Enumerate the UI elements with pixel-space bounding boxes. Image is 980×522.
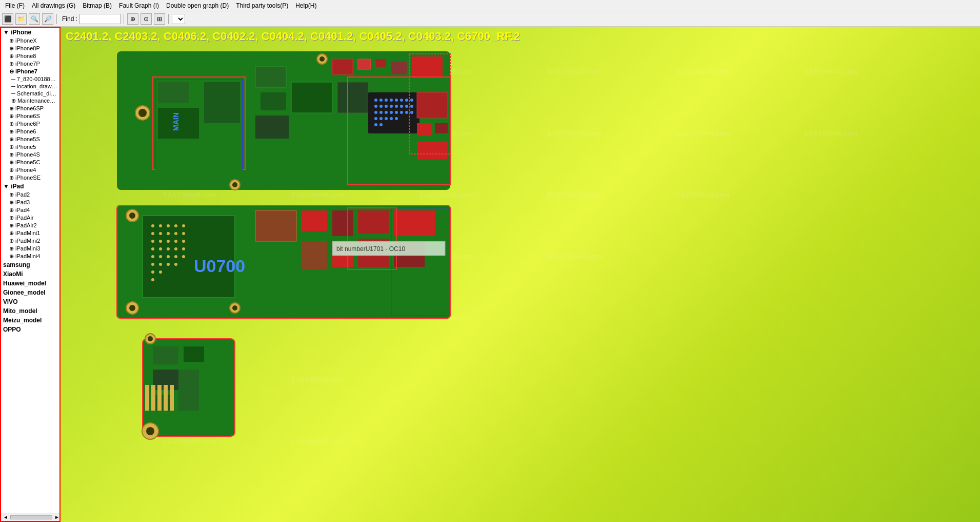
scroll-right-icon[interactable]: ► (52, 514, 61, 520)
tree-item-ipad4[interactable]: ⊕ iPad4 (1, 206, 59, 214)
svg-point-91 (167, 263, 170, 266)
tree-item-ipadmini2[interactable]: ⊕ iPadMini2 (1, 237, 59, 245)
tree-child-820[interactable]: ─ 7_820-00188-0... (1, 75, 59, 83)
tree-item-iphone7[interactable]: ⊖ iPhone7 (1, 68, 59, 75)
toolbar-btn-2[interactable]: 📁 (15, 13, 27, 25)
svg-rect-129 (164, 385, 168, 411)
pcb-board-container: MAIN (112, 51, 471, 436)
tree-item-iphone8[interactable]: ⊕ iPhone8 (1, 52, 59, 60)
menu-file[interactable]: File (F) (2, 1, 28, 10)
svg-rect-10 (337, 82, 368, 113)
menu-third-party[interactable]: Third party tools(P) (233, 1, 291, 10)
tree-item-iphonese[interactable]: ⊕ iPhoneSE (1, 174, 59, 182)
svg-point-74 (151, 240, 154, 243)
tree-item-iphone5c[interactable]: ⊕ iPhone5C (1, 159, 59, 166)
svg-rect-100 (358, 210, 389, 234)
svg-rect-126 (145, 385, 149, 411)
svg-rect-51 (204, 82, 240, 123)
svg-point-64 (151, 224, 154, 227)
svg-rect-101 (394, 210, 435, 236)
toolbar-btn-zoomin[interactable]: ⊕ (127, 13, 138, 25)
iphone-expand-icon: ▼ (3, 29, 11, 36)
tree-child-schematic[interactable]: ─ Schematic_diag... (1, 90, 59, 97)
svg-point-69 (151, 232, 154, 235)
toolbar: ⬛ 📁 🔍 🔎 Find : ⊕ ⊙ ⊞ (0, 11, 980, 27)
menu-double-open[interactable]: Double open graph (D) (163, 1, 232, 10)
ipad-expand-icon: ▼ (3, 183, 11, 190)
watermark-16: EASYSMAR.com (548, 191, 601, 199)
tree-item-ipadmini1[interactable]: ⊕ iPadMini1 (1, 229, 59, 237)
menu-help[interactable]: Help(H) (292, 1, 319, 10)
sidebar-scrollbar[interactable]: ◄ ► (1, 513, 61, 521)
tree-item-ipad3[interactable]: ⊕ iPad3 (1, 199, 59, 206)
tree-group-samsung[interactable]: samsung (1, 260, 59, 269)
svg-point-65 (159, 224, 162, 227)
scroll-left-icon[interactable]: ◄ (1, 514, 10, 520)
toolbar-btn-1[interactable]: ⬛ (2, 13, 13, 25)
tree-group-huawei[interactable]: Huawei_model (1, 279, 59, 288)
svg-point-85 (159, 255, 162, 258)
svg-point-39 (390, 117, 393, 120)
find-dropdown[interactable] (172, 14, 185, 24)
tree-item-iphone6p[interactable]: ⊕ iPhone6P (1, 120, 59, 128)
tree-group-vivo[interactable]: ViVO (1, 297, 59, 306)
toolbar-btn-fit[interactable]: ⊞ (154, 13, 165, 25)
tree-group-gionee[interactable]: Gionee_model (1, 288, 59, 297)
svg-point-76 (167, 240, 170, 243)
tree-group-mito[interactable]: Mito_model (1, 306, 59, 316)
tree-item-iphone6sp[interactable]: ⊕ iPhone6SP (1, 105, 59, 112)
svg-point-20 (374, 105, 377, 108)
tree-item-iphone5[interactable]: ⊕ iPhone5 (1, 143, 59, 151)
tree-group-meizu[interactable]: Meizu_model (1, 316, 59, 325)
tree-item-iphonex[interactable]: ⊕ iPhoneX (1, 37, 59, 45)
tree-item-ipad2[interactable]: ⊕ iPad2 (1, 191, 59, 199)
svg-point-18 (405, 99, 408, 102)
menu-fault-graph[interactable]: Fault Graph (I) (116, 1, 162, 10)
toolbar-separator-3 (168, 14, 169, 24)
svg-point-27 (410, 105, 413, 108)
svg-rect-127 (151, 385, 155, 411)
svg-rect-99 (332, 210, 353, 236)
svg-point-87 (174, 255, 177, 258)
content-title: C2401.2, C2403.2, C0406.2, C0402.2, C040… (61, 27, 980, 46)
svg-point-38 (385, 117, 388, 120)
tree-item-ipadmini4[interactable]: ⊕ iPadMini4 (1, 253, 59, 260)
tree-item-iphone4[interactable]: ⊕ iPhone4 (1, 166, 59, 174)
svg-point-70 (159, 232, 162, 235)
tree-item-ipadair2[interactable]: ⊕ iPadAir2 (1, 222, 59, 229)
svg-point-30 (385, 111, 388, 114)
tree-item-iphone7p[interactable]: ⊕ iPhone7P (1, 60, 59, 68)
tree-item-iphone6s[interactable]: ⊕ iPhone6S (1, 112, 59, 120)
svg-point-58 (232, 182, 237, 187)
svg-rect-98 (302, 210, 327, 231)
find-input[interactable] (79, 14, 121, 24)
svg-point-60 (319, 56, 325, 62)
tree-group-iphone[interactable]: ▼ iPhone (1, 28, 59, 37)
toolbar-btn-zoomout[interactable]: ⊙ (141, 13, 152, 25)
tree-item-iphone6[interactable]: ⊕ iPhone6 (1, 128, 59, 136)
svg-point-34 (405, 111, 408, 114)
svg-point-114 (232, 305, 237, 311)
svg-point-19 (410, 99, 413, 102)
tree-group-oppo[interactable]: OPPO (1, 325, 59, 334)
menu-bitmap[interactable]: Bitmap (B) (79, 1, 115, 10)
svg-rect-118 (184, 346, 204, 362)
svg-point-33 (400, 111, 403, 114)
tree-item-iphone4s[interactable]: ⊕ iPhone4S (1, 151, 59, 159)
tree-item-iphone5s[interactable]: ⊕ iPhone5S (1, 136, 59, 143)
svg-point-92 (174, 263, 177, 266)
main-layout: ▼ iPhone ⊕ iPhoneX ⊕ iPhone8P ⊕ iPhone8 … (0, 27, 980, 522)
toolbar-btn-search[interactable]: 🔍 (29, 13, 40, 25)
svg-rect-55 (261, 92, 286, 110)
tree-child-maintenance[interactable]: ⊕ Maintenance_id... (1, 97, 59, 105)
svg-point-67 (174, 224, 177, 227)
svg-point-86 (167, 255, 170, 258)
tree-group-ipad[interactable]: ▼ iPad (1, 182, 59, 191)
tree-group-xiaomi[interactable]: XiaoMi (1, 269, 59, 279)
toolbar-btn-zoom[interactable]: 🔎 (42, 13, 53, 25)
tree-item-ipadmini3[interactable]: ⊕ iPadMini3 (1, 245, 59, 253)
menu-all-drawings[interactable]: All drawings (G) (29, 1, 78, 10)
tree-item-ipadair[interactable]: ⊕ iPadAir (1, 214, 59, 222)
tree-item-iphone8p[interactable]: ⊕ iPhone8P (1, 45, 59, 52)
tree-child-location[interactable]: ─ location_drawir... (1, 83, 59, 90)
